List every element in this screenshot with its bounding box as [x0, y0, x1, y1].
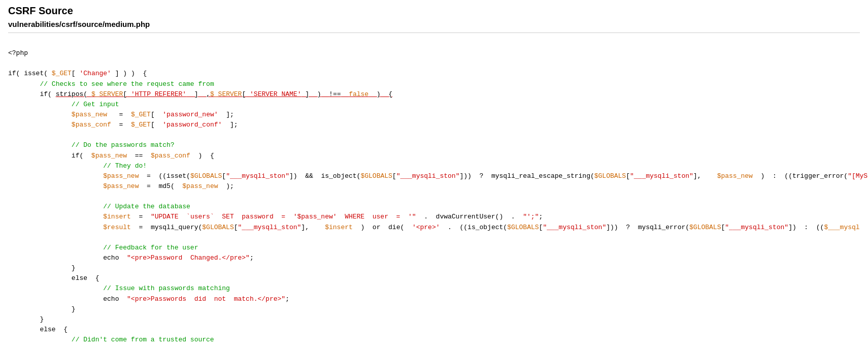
code-line-5: if( stripos( $_SERVER[ 'HTTP_REFERER' ] … [8, 90, 392, 98]
code-line-24: // Issue with passwords matching [8, 285, 230, 292]
code-line-26: } [8, 305, 76, 313]
code-line-13: $pass_new = ((isset($GLOBALS["___mysqli_… [8, 172, 868, 180]
code-line-21: echo "<pre>Password Changed.</pre>"; [8, 254, 254, 262]
code-line-6: // Get input [8, 101, 119, 108]
code-line-16: // Update the database [8, 203, 190, 210]
code-line-28: else { [8, 326, 68, 333]
code-line-18: $result = mysqli_query($GLOBALS["___mysq… [8, 224, 860, 231]
code-line-22: } [8, 264, 76, 272]
code-line-1: <?php [8, 49, 28, 57]
code-line-29: // Didn't come from a trusted source [8, 336, 214, 343]
code-block: <?php if( isset( $_GET[ 'Change' ] ) ) {… [8, 38, 860, 347]
page-wrapper: CSRF Source vulnerabilities/csrf/source/… [0, 0, 868, 347]
code-line-12: // They do! [8, 162, 147, 170]
code-line-14: $pass_new = md5( $pass_new ); [8, 182, 234, 190]
code-line-8: $pass_conf = $_GET[ 'password_conf' ]; [8, 121, 238, 129]
code-line-7: $pass_new = $_GET[ 'password_new' ]; [8, 111, 234, 118]
code-line-27: } [8, 316, 44, 323]
page-title: CSRF Source [8, 5, 860, 17]
code-line-17: $insert = "UPDATE `users` SET password =… [8, 213, 543, 220]
code-line-23: else { [8, 274, 99, 282]
file-path: vulnerabilities/csrf/source/medium.php [8, 20, 860, 33]
code-line-3: if( isset( $_GET[ 'Change' ] ) ) { [8, 70, 147, 77]
code-line-11: if( $pass_new == $pass_conf ) { [8, 152, 214, 160]
code-line-20: // Feedback for the user [8, 244, 198, 251]
code-line-4: // Checks to see where the request came … [8, 80, 214, 88]
code-line-25: echo "<pre>Passwords did not match.</pre… [8, 295, 289, 303]
code-line-10: // Do the passwords match? [8, 141, 175, 149]
